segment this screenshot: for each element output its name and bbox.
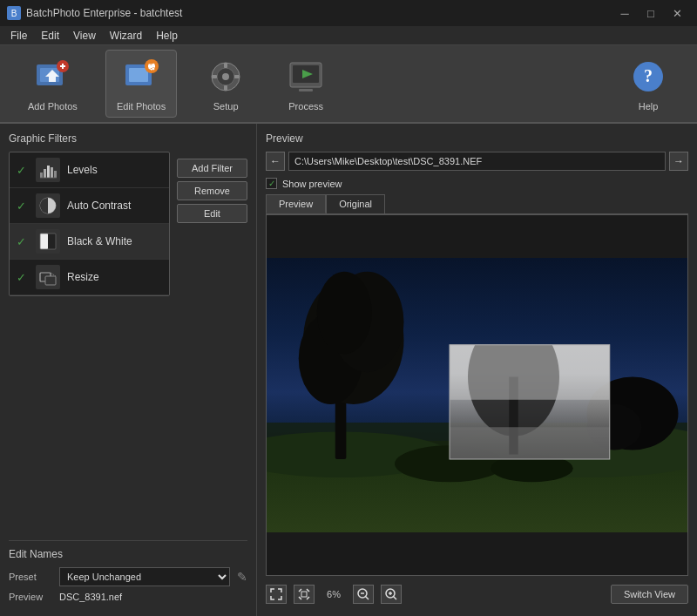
main-content: Graphic Filters ✓	[0, 124, 697, 616]
resize-icon	[36, 265, 60, 289]
bw-icon	[36, 229, 60, 254]
svg-rect-25	[40, 173, 43, 178]
filter-item-auto-contrast[interactable]: ✓ Auto Contrast	[10, 188, 169, 224]
preview-label: Preview	[9, 592, 52, 602]
resize-name: Resize	[67, 271, 99, 283]
svg-rect-17	[212, 75, 217, 78]
svg-rect-29	[54, 171, 57, 178]
show-preview-checkbox[interactable]	[266, 178, 277, 189]
preview-tabs: Preview Original	[266, 194, 688, 214]
toolbar-help[interactable]: ? Help	[617, 51, 680, 117]
fit-window-button[interactable]	[294, 585, 315, 604]
preview-nav: ← →	[266, 152, 688, 171]
window-controls: ─ □ ✕	[612, 0, 690, 26]
filter-item-levels[interactable]: ✓ Levels	[10, 152, 169, 188]
svg-rect-56	[450, 345, 610, 400]
add-filter-button[interactable]: Add Filter	[177, 159, 247, 178]
levels-icon	[36, 158, 60, 182]
svg-rect-28	[51, 167, 53, 178]
menu-file[interactable]: File	[3, 28, 34, 44]
left-panel: Graphic Filters ✓	[0, 124, 257, 616]
process-icon	[285, 56, 327, 98]
window-title: BatchPhoto Enterprise - batchtest	[26, 7, 182, 19]
toolbar-process[interactable]: Process	[274, 51, 337, 117]
add-photos-icon	[31, 56, 73, 98]
tab-original[interactable]: Original	[326, 194, 385, 213]
image-preview-area	[266, 214, 688, 576]
auto-contrast-name: Auto Contrast	[67, 200, 131, 212]
menu-view[interactable]: View	[66, 28, 103, 44]
svg-line-70	[394, 597, 397, 600]
svg-rect-36	[45, 276, 56, 285]
path-input[interactable]	[288, 152, 666, 171]
toolbar: Add Photos Edit Photos	[0, 45, 697, 124]
svg-rect-63	[301, 592, 307, 597]
svg-text:?: ?	[644, 66, 653, 85]
menu-edit[interactable]: Edit	[34, 28, 66, 44]
right-panel: Preview ← → Show preview Preview Origina…	[257, 124, 697, 616]
menubar: File Edit View Wizard Help	[0, 26, 697, 45]
app-icon: B	[7, 6, 21, 20]
svg-point-48	[317, 272, 372, 355]
menu-help[interactable]: Help	[149, 28, 185, 44]
preview-value: DSC_8391.nef	[59, 592, 122, 602]
switch-view-button[interactable]: Switch View	[611, 585, 688, 604]
svg-rect-22	[299, 89, 313, 91]
svg-rect-7	[129, 68, 148, 82]
help-label: Help	[639, 101, 659, 112]
zoom-in-button[interactable]	[381, 585, 402, 604]
minimize-button[interactable]: ─	[612, 0, 638, 26]
titlebar-left: B BatchPhoto Enterprise - batchtest	[7, 6, 182, 20]
zoom-level: 6%	[321, 589, 346, 599]
process-label: Process	[288, 101, 323, 112]
preset-edit-icon[interactable]: ✎	[237, 570, 247, 584]
titlebar: B BatchPhoto Enterprise - batchtest ─ □ …	[0, 0, 697, 26]
svg-rect-18	[234, 75, 240, 78]
filter-item-bw[interactable]: ✓ Black & White	[10, 224, 169, 260]
preset-label: Preset	[9, 572, 52, 582]
svg-rect-16	[224, 85, 227, 91]
remove-filter-button[interactable]: Remove	[177, 181, 247, 200]
close-button[interactable]: ✕	[664, 0, 690, 26]
svg-rect-27	[47, 166, 50, 178]
menu-wizard[interactable]: Wizard	[103, 28, 149, 44]
edit-photos-label: Edit Photos	[117, 101, 166, 112]
edit-names-section: Edit Names Preset Keep Unchanged Custom …	[9, 531, 247, 607]
bottom-bar: 6% Switch View	[266, 576, 688, 607]
svg-point-14	[222, 73, 229, 80]
svg-rect-32	[40, 234, 48, 249]
bw-name: Black & White	[67, 235, 132, 247]
svg-rect-26	[44, 169, 46, 178]
preview-title: Preview	[266, 132, 688, 145]
prev-button[interactable]: ←	[266, 152, 285, 171]
edit-names-title: Edit Names	[9, 540, 247, 560]
filter-buttons: Add Filter Remove Edit	[177, 152, 247, 296]
levels-check[interactable]: ✓	[17, 164, 29, 177]
resize-check[interactable]: ✓	[17, 271, 29, 284]
levels-name: Levels	[67, 164, 98, 176]
toolbar-edit-photos[interactable]: Edit Photos	[105, 50, 177, 118]
next-button[interactable]: →	[669, 152, 688, 171]
help-icon: ?	[627, 56, 669, 98]
svg-line-66	[366, 597, 369, 600]
bw-check[interactable]: ✓	[17, 235, 29, 248]
svg-rect-57	[450, 427, 610, 459]
toolbar-add-photos[interactable]: Add Photos	[17, 51, 88, 117]
edit-photos-icon	[120, 56, 162, 98]
zoom-out-button[interactable]	[353, 585, 374, 604]
svg-rect-5	[62, 64, 64, 69]
preset-select[interactable]: Keep Unchanged Custom	[59, 567, 230, 586]
svg-rect-15	[224, 63, 227, 68]
maximize-button[interactable]: □	[638, 0, 664, 26]
svg-rect-33	[48, 234, 56, 249]
edit-filter-button[interactable]: Edit	[177, 204, 247, 223]
toolbar-setup[interactable]: Setup	[194, 51, 257, 117]
auto-contrast-check[interactable]: ✓	[17, 200, 29, 213]
fit-width-button[interactable]	[266, 585, 287, 604]
show-preview-row: Show preview	[266, 178, 688, 189]
setup-icon	[205, 56, 247, 98]
filter-item-resize[interactable]: ✓ Resize	[10, 260, 169, 295]
add-photos-label: Add Photos	[28, 101, 78, 112]
tab-preview[interactable]: Preview	[266, 194, 326, 213]
svg-line-37	[51, 273, 56, 276]
